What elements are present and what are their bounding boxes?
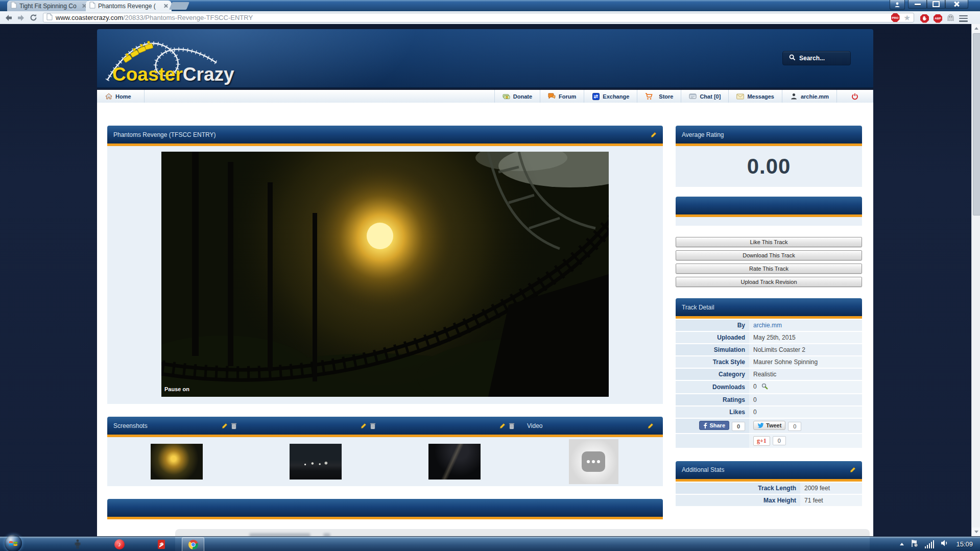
edit-video-pencil-icon[interactable] [648, 423, 654, 429]
start-button[interactable] [5, 535, 22, 551]
nav-item-forum[interactable]: Forum [540, 90, 584, 103]
google-plus-one-button[interactable]: g+1 [753, 436, 770, 446]
browser-tab-active[interactable]: Phantoms Revenge ( [86, 1, 172, 11]
delete-screenshot-2-trash-icon[interactable] [370, 422, 376, 429]
action-center-flag-icon[interactable] [911, 539, 918, 549]
empty-sidebar-panel-header [676, 197, 862, 214]
menu-hamburger-icon[interactable] [959, 15, 968, 22]
tab-title: Phantoms Revenge ( [98, 3, 163, 10]
facebook-share-button[interactable]: Share [699, 421, 729, 430]
logo-text: CoasterCrazy [112, 64, 234, 85]
close-button[interactable] [945, 0, 968, 9]
search-button[interactable]: Search... [782, 51, 851, 65]
table-row: Max Height 71 feet [676, 495, 862, 506]
network-signal-icon[interactable] [925, 540, 935, 548]
additional-stats-table: Track Length 2009 feet Max Height 71 fee… [676, 482, 862, 507]
tweet-count: 0 [788, 422, 801, 431]
pro-extension-icon[interactable]: PRO [891, 13, 900, 22]
new-tab-button[interactable] [169, 2, 189, 10]
nav-item-store[interactable]: Store [637, 90, 681, 103]
browser-toolbar: www.coastercrazy.com/20833/Phantoms-Reve… [0, 11, 980, 25]
itunes-taskbar-icon[interactable]: ♪ [113, 538, 126, 550]
browser-tab-inactive[interactable]: Tight Fit Spinning Co [7, 1, 90, 11]
nav-item-messages[interactable]: Messages [729, 90, 782, 103]
address-bar[interactable]: www.coastercrazy.com/20833/Phantoms-Reve… [43, 13, 914, 22]
delete-screenshot-3-trash-icon[interactable] [509, 422, 515, 429]
nav-spacer [145, 90, 495, 103]
table-row: By archie.mm [676, 320, 862, 331]
nav-item-home[interactable]: Home [97, 90, 145, 103]
video-thumbnail-placeholder[interactable] [569, 439, 618, 484]
volume-speaker-icon[interactable] [941, 539, 949, 549]
nav-item-donate[interactable]: Donate [495, 90, 540, 103]
edit-title-pencil-icon[interactable] [651, 132, 657, 138]
ghost-extension-icon[interactable] [947, 13, 954, 23]
home-icon [105, 92, 112, 100]
download-track-button[interactable]: Download This Track [676, 250, 862, 260]
edit-screenshot-2-pencil-icon[interactable] [361, 423, 367, 429]
nav-item-chat[interactable]: Chat [0] [681, 90, 729, 103]
screenshot-thumbnail-2[interactable] [290, 444, 342, 480]
chat-icon [689, 92, 697, 100]
nav-item-logout[interactable] [837, 90, 873, 103]
scroll-down-arrow[interactable] [972, 528, 980, 536]
bookmark-star-icon[interactable]: ★ [904, 14, 911, 21]
search-label: Search... [799, 55, 825, 62]
exchange-icon [592, 92, 600, 100]
minimize-button[interactable] [908, 0, 927, 9]
downloads-magnifier-icon[interactable] [761, 383, 768, 391]
screenshot-thumbnail-3[interactable] [428, 444, 481, 480]
messages-envelope-icon [736, 92, 744, 100]
table-row: Share 0 Tweet 0 [676, 419, 862, 433]
taskbar-app-icon-1[interactable] [71, 538, 84, 550]
store-cart-icon [645, 92, 653, 100]
edit-screenshot-1-pencil-icon[interactable] [222, 423, 228, 429]
windows-taskbar: ♪ 15:09 [0, 536, 980, 551]
tab-close-icon[interactable] [163, 4, 168, 8]
upload-revision-button[interactable]: Upload Track Revision [676, 277, 862, 287]
page-viewport: CoasterCrazy Search... Home [0, 24, 971, 536]
pause-overlay-text: Pause on [164, 386, 189, 392]
reload-button[interactable] [28, 13, 39, 22]
stop-hand-extension-icon[interactable] [920, 14, 929, 23]
back-button[interactable] [3, 13, 14, 22]
author-link[interactable]: archie.mm [753, 322, 782, 329]
screenshot-thumbnail-1[interactable] [151, 444, 203, 480]
system-tray: 15:09 [900, 537, 973, 551]
tray-expand-arrow[interactable] [900, 543, 904, 545]
window-titlebar: Tight Fit Spinning Co Phantoms Revenge ( [0, 0, 980, 11]
maximize-button[interactable] [926, 0, 946, 9]
table-row: Ratings 0 [676, 394, 862, 405]
sketchup-taskbar-icon[interactable] [155, 538, 168, 550]
video-section-title: Video [527, 422, 542, 429]
page-favicon [46, 13, 53, 22]
profile-button[interactable] [890, 0, 905, 10]
video-player[interactable] [161, 152, 609, 397]
track-title: Phantoms Revenge (TFSCC ENTRY) [113, 131, 216, 138]
tweet-button[interactable]: Tweet [753, 421, 785, 430]
table-row: Track Length 2009 feet [676, 483, 862, 494]
forward-button[interactable] [15, 13, 27, 22]
scroll-up-arrow[interactable] [972, 24, 980, 33]
nav-item-user[interactable]: archie.mm [782, 90, 837, 103]
abp-extension-icon[interactable]: ABP [934, 14, 942, 23]
taskbar-clock[interactable]: 15:09 [956, 540, 973, 548]
page-scrollbar[interactable] [971, 24, 980, 536]
like-track-button[interactable]: Like This Track [676, 237, 862, 247]
scrollbar-thumb[interactable] [973, 33, 980, 215]
nav-item-exchange[interactable]: Exchange [584, 90, 637, 103]
edit-screenshot-3-pencil-icon[interactable] [499, 423, 506, 429]
donate-icon [503, 92, 510, 100]
delete-screenshot-1-trash-icon[interactable] [231, 422, 237, 429]
coastercrazy-logo[interactable]: CoasterCrazy [103, 30, 307, 87]
chrome-taskbar-button[interactable] [182, 537, 204, 551]
edit-stats-pencil-icon[interactable] [850, 467, 856, 473]
table-row: Downloads 0 [676, 381, 862, 393]
accent-bar [107, 517, 663, 519]
rate-track-button[interactable]: Rate This Track [676, 263, 862, 274]
track-title-bar: Phantoms Revenge (TFSCC ENTRY) [107, 126, 663, 143]
table-row: Likes 0 [676, 406, 862, 418]
extension-row: ABP [920, 13, 968, 23]
tab-title: Tight Fit Spinning Co [19, 3, 82, 10]
track-detail-table: By archie.mm Uploaded May 25th, 2015 Sim… [676, 319, 862, 449]
